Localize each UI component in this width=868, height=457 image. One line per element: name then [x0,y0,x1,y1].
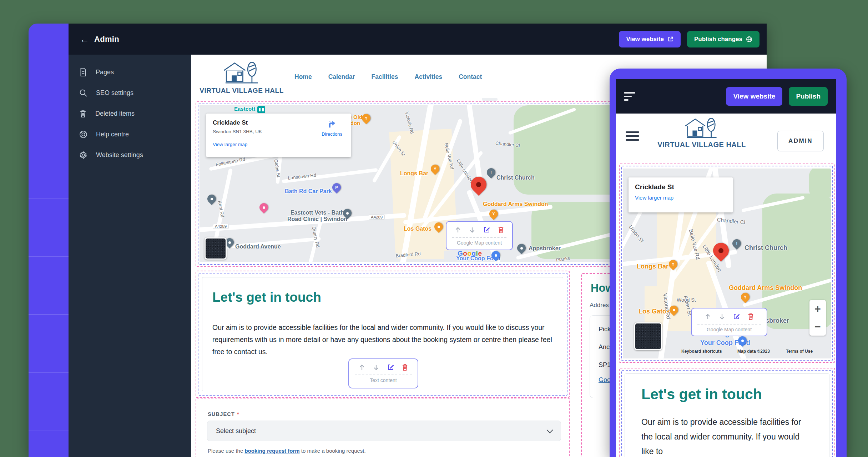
map-label: Los Gatos [404,226,432,232]
map-pin-icon[interactable]: † [731,237,743,250]
text-content-toolbar: Text content [348,358,418,388]
map-pin-icon[interactable] [710,240,732,262]
mobile-google-map-embed[interactable]: Google Cricklade St View larger map [623,169,831,358]
map-pin-icon[interactable] [468,174,490,196]
map-pin-icon[interactable] [341,207,353,219]
sidebar-item-label: Deleted items [95,110,135,117]
sidebar-item-label: SEO settings [96,89,133,97]
subject-label: SUBJECT* [208,411,239,417]
mobile-view-website-label: View website [733,92,775,100]
move-down-icon[interactable] [469,226,476,233]
mobile-preview-screen: View website Publish VIRTUAL VILLAGE HAL… [616,79,836,457]
move-down-icon[interactable] [718,313,726,320]
filter-lines-icon[interactable] [624,92,635,101]
edit-icon[interactable] [387,363,394,371]
map-pin-icon[interactable] [515,242,528,254]
map-label: Bath Rd Car Park [285,188,332,195]
zoom-out-button[interactable]: − [809,318,826,336]
external-link-icon [667,36,673,42]
site-brand-text: VIRTUAL VILLAGE HALL [200,87,284,95]
nav-link-calendar[interactable]: Calendar [328,73,355,81]
section-paragraph: Our aim is to provide accessible facilit… [212,321,553,358]
back-arrow-icon[interactable]: ← [80,35,89,44]
map-pin-icon[interactable] [736,335,748,347]
map-label: Goddard Arms Swindon [483,201,548,207]
satellite-toggle-thumbnail[interactable] [634,322,662,350]
view-larger-map-link[interactable]: View larger map [635,195,726,201]
delete-icon[interactable] [402,363,408,371]
delete-icon[interactable] [747,313,754,320]
sidebar-item-seo-settings[interactable]: SEO settings [69,82,191,103]
keyboard-shortcuts-link[interactable]: Keyboard shortcuts [681,349,722,354]
move-down-icon[interactable] [373,364,380,371]
map-pin-icon[interactable] [490,249,502,261]
required-asterisk: * [237,411,239,417]
address-link[interactable]: Goo [599,376,611,384]
map-pin-icon[interactable] [206,193,218,205]
map-label: A4289 [213,224,229,229]
accent-strip [29,24,69,457]
move-up-icon[interactable] [454,226,461,233]
map-pin-icon[interactable]: Y [429,163,441,175]
map-content-toolbar: Google Map content [691,308,767,336]
sidebar-item-website-settings[interactable]: Website settings [69,145,191,165]
address-line: SP1 [599,361,611,369]
view-larger-map-link[interactable]: View larger map [213,142,344,147]
booking-request-form-link[interactable]: booking request form [244,448,299,454]
chevron-down-icon [546,427,553,433]
map-card-title: Cricklade St [635,183,726,191]
map-pin-icon[interactable]: Y [667,258,679,270]
form-block-outline: SUBJECT* Select subject Please use the b… [196,398,570,457]
mobile-publish-button[interactable]: Publish [789,87,828,106]
map-pin-icon[interactable]: Y [360,112,372,124]
sidebar-item-deleted-items[interactable]: Deleted items [69,103,191,124]
delete-icon[interactable] [498,226,504,233]
transit-marker-icon[interactable] [257,106,265,113]
edit-icon[interactable] [483,226,490,233]
nav-link-activities[interactable]: Activities [414,73,442,81]
map-pin-icon[interactable]: Y [488,208,500,220]
address-line: Anc [599,343,610,351]
map-park-area [809,169,831,201]
map-label: A4289 [369,215,385,220]
move-up-icon[interactable] [358,364,365,371]
mobile-preview-frame: View website Publish VIRTUAL VILLAGE HAL… [610,69,847,457]
map-label: Goddard Arms Swindon [729,284,802,292]
map-pin-icon[interactable] [433,221,445,233]
nav-link-contact[interactable]: Contact [459,73,482,81]
directions-control[interactable]: Directions [322,119,342,137]
map-pin-icon[interactable]: P [330,181,343,194]
sidebar-item-help-centre[interactable]: Help centre [69,124,191,145]
terms-of-use-link[interactable]: Terms of Use [786,349,813,354]
publish-changes-label: Publish changes [694,36,742,43]
directions-label[interactable]: Directions [322,131,342,137]
satellite-toggle-thumbnail[interactable] [205,237,227,260]
mobile-site-logo[interactable]: VIRTUAL VILLAGE HALL [662,116,741,149]
view-website-label: View website [626,36,664,43]
mobile-map-info-card: Cricklade St View larger map [629,177,733,212]
edit-icon[interactable] [733,313,740,320]
map-pin-icon[interactable] [258,201,270,214]
site-logo[interactable]: VIRTUAL VILLAGE HALL [199,60,284,95]
text-block-outline: Let's get in touch Our aim is to provide… [196,271,570,398]
nav-link-home[interactable]: Home [294,73,312,81]
hamburger-menu-icon[interactable] [626,131,639,141]
map-pin-icon[interactable]: Y [739,291,751,303]
map-label: Victoria Rd [404,111,415,134]
admin-badge-button[interactable]: ADMIN [777,131,824,151]
map-label: Wood St [677,297,696,303]
view-website-button[interactable]: View website [619,31,681,47]
map-pin-icon[interactable] [668,304,680,316]
move-up-icon[interactable] [704,313,711,320]
mobile-view-website-button[interactable]: View website [726,87,782,106]
subject-select[interactable]: Select subject [207,421,561,441]
map-label: Longs Bar [400,170,428,177]
subject-select-value: Select subject [216,427,256,435]
sidebar-item-pages[interactable]: Pages [69,62,191,82]
zoom-in-button[interactable]: + [809,300,826,318]
map-pin-icon[interactable]: † [485,166,497,179]
mobile-map-block-outline: Google Cricklade St View larger map [619,164,835,363]
publish-changes-button[interactable]: Publish changes [687,31,760,47]
sidebar-item-label: Pages [96,69,114,76]
nav-link-facilities[interactable]: Facilities [372,73,398,81]
